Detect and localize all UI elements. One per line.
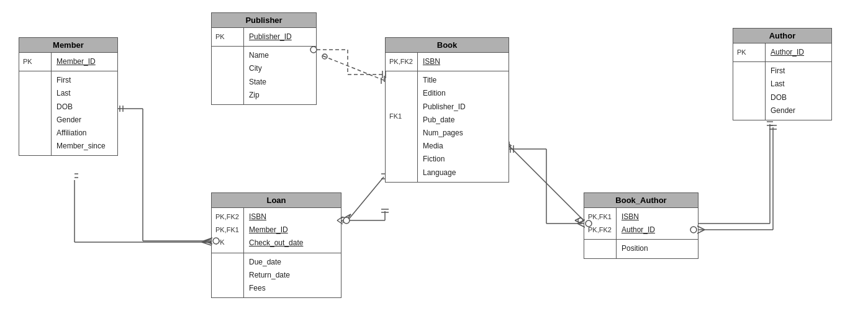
author-pk-label: PK <box>737 46 761 59</box>
book-edition-field: Edition <box>423 87 466 100</box>
entity-author-header: Author <box>733 29 831 43</box>
entity-loan-header: Loan <box>212 193 341 208</box>
loan-returndate-field: Return_date <box>249 269 290 282</box>
entity-author: Author PK Author_ID First Last DOB Gende… <box>733 28 832 120</box>
entity-loan: Loan PK,FK2 PK,FK1 PK ISBN Member_ID Che… <box>211 192 341 298</box>
member-affiliation-field: Affiliation <box>57 127 106 140</box>
member-first-field: First <box>57 74 106 87</box>
svg-line-14 <box>345 214 351 217</box>
book-pkfk2-label: PK,FK2 <box>389 55 414 68</box>
member-gender-field: Gender <box>57 114 106 127</box>
loan-pk-label: PK <box>215 236 240 249</box>
entity-publisher-header: Publisher <box>212 13 316 28</box>
publisher-state-field: State <box>249 76 269 89</box>
book-pubdate-field: Pub_date <box>423 114 466 127</box>
author-last-field: Last <box>771 78 795 91</box>
book-fk1-label: FK1 <box>389 110 414 123</box>
author-gender-field: Gender <box>771 104 795 117</box>
loan-isbn-field: ISBN <box>249 210 303 224</box>
author-id-field: Author_ID <box>771 46 804 59</box>
bookauthor-authorid-field: Author_ID <box>622 224 655 237</box>
entity-member-title: Member <box>53 40 84 50</box>
book-isbn-field: ISBN <box>423 55 440 68</box>
entity-book-author: Book_Author PK,FK1 PK,FK2 ISBN Author_ID… <box>584 192 698 259</box>
entity-book-author-title: Book_Author <box>615 196 666 205</box>
book-title-field: Title <box>423 74 466 87</box>
bookauthor-position-field: Position <box>622 242 648 255</box>
entity-publisher-title: Publisher <box>245 16 282 25</box>
erd-diagram: Member PK Member_ID First Last DOB Gende… <box>0 0 868 321</box>
entity-member-header: Member <box>19 38 117 53</box>
publisher-pk-label: PK <box>215 30 240 43</box>
author-dob-field: DOB <box>771 91 795 104</box>
publisher-city-field: City <box>249 62 269 75</box>
entity-publisher: Publisher PK Publisher_ID Name City Stat… <box>211 12 317 105</box>
entity-book-author-header: Book_Author <box>584 193 698 208</box>
book-media-field: Media <box>423 140 466 153</box>
entity-member: Member PK Member_ID First Last DOB Gende… <box>19 37 118 156</box>
svg-line-13 <box>348 177 384 220</box>
member-since-field: Member_since <box>57 140 106 153</box>
loan-duedate-field: Due_date <box>249 256 290 269</box>
svg-line-4 <box>202 242 211 245</box>
svg-point-24 <box>578 218 583 223</box>
svg-line-23 <box>575 220 581 224</box>
loan-memberid-field: Member_ID <box>249 224 303 237</box>
publisher-name-field: Name <box>249 49 269 62</box>
loan-fees-field: Fees <box>249 282 290 295</box>
book-numpages-field: Num_pages <box>423 127 466 140</box>
entity-book-header: Book <box>386 38 509 53</box>
entity-loan-title: Loan <box>266 196 286 205</box>
book-publisher-id-field: Publisher_ID <box>423 101 466 114</box>
svg-point-18 <box>341 217 346 222</box>
entity-book: Book PK,FK2 ISBN FK1 Title Edition Publi… <box>385 37 509 183</box>
loan-checkout-field: Check_out_date <box>249 237 303 250</box>
svg-line-19 <box>509 146 584 220</box>
svg-point-50 <box>343 217 350 224</box>
loan-pkfk2-label: PK,FK2 <box>215 210 240 224</box>
bookauthor-pkfk1-label: PK,FK1 <box>588 210 612 224</box>
entity-author-title: Author <box>769 31 796 40</box>
svg-point-10 <box>322 54 327 59</box>
member-id-field: Member_ID <box>57 55 96 68</box>
publisher-zip-field: Zip <box>249 89 269 102</box>
entity-book-title: Book <box>437 40 458 50</box>
member-last-field: Last <box>57 87 106 100</box>
bookauthor-pkfk2-label: PK,FK2 <box>588 224 612 237</box>
book-language-field: Language <box>423 166 466 179</box>
bookauthor-isbn-field: ISBN <box>622 210 655 224</box>
author-first-field: First <box>771 65 795 78</box>
svg-line-3 <box>202 239 211 242</box>
publisher-id-field: Publisher_ID <box>249 30 292 43</box>
member-dob-field: DOB <box>57 101 106 114</box>
svg-line-9 <box>323 56 385 81</box>
loan-pkfk1-label: PK,FK1 <box>215 224 240 237</box>
svg-line-15 <box>345 214 351 222</box>
book-fiction-field: Fiction <box>423 153 466 166</box>
svg-line-22 <box>575 217 581 220</box>
member-pk-label: PK <box>23 55 47 68</box>
